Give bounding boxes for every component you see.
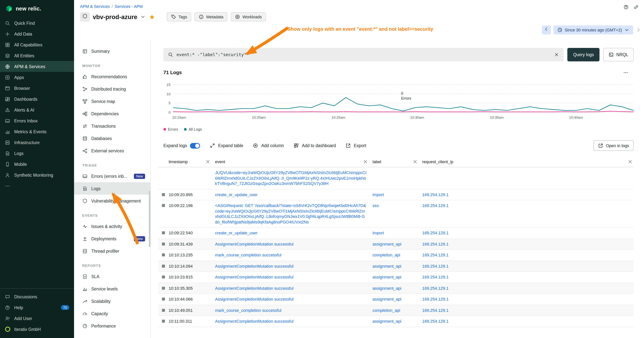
sidebar-item-performance[interactable]: Performance xyxy=(74,320,150,332)
sidebar-item-external-services[interactable]: External services xyxy=(74,145,150,157)
sidebar-item-issues-activity[interactable]: Issues & activity xyxy=(74,220,150,232)
cell-request-client-ip-link[interactable]: 169.254.129.1 xyxy=(422,307,634,313)
cell-request-client-ip-link[interactable]: 169.254.129.1 xyxy=(422,318,634,324)
sidebar-item-transactions[interactable]: Transactions xyxy=(74,120,150,132)
chip-metadata[interactable]: Metadata xyxy=(195,12,228,21)
export-button[interactable]: Export xyxy=(346,143,366,148)
cell-event-link[interactable]: AssignmentCompletionMutation successful xyxy=(215,241,372,247)
cell-request-client-ip-link[interactable]: 169.254.129.1 xyxy=(422,274,634,280)
sidebar-item-add-data[interactable]: Add Data xyxy=(0,29,74,39)
sidebar-item-help[interactable]: Help70 xyxy=(0,302,74,313)
cell-label-link[interactable]: assignment_api xyxy=(372,274,422,280)
expand-logs-toggle[interactable]: Expand logs xyxy=(164,143,200,148)
cell-label-link[interactable]: sso xyxy=(372,203,422,208)
sidebar-item-thread-profiler[interactable]: Thread profiler xyxy=(74,245,150,257)
sidebar-item-capacity[interactable]: Capacity xyxy=(74,307,150,320)
sidebar-scrollbar-thumb[interactable] xyxy=(149,191,150,247)
sidebar-item-errors-inbox[interactable]: Errors Inbox xyxy=(0,115,74,126)
cell-label-link[interactable]: completion_api xyxy=(372,252,422,258)
cell-event-link[interactable]: AssignmentCompletionMutation successful xyxy=(215,285,372,291)
cell-label-link[interactable]: import xyxy=(372,230,422,236)
sidebar-item-logs[interactable]: Logs xyxy=(0,148,74,159)
table-row[interactable]: 10:09:20.895create_or_update_userimport1… xyxy=(158,189,634,200)
cell-label-link[interactable]: assignment_api xyxy=(372,318,422,324)
chart-plot-area[interactable]: 0 Errors xyxy=(173,83,634,114)
clear-query-icon[interactable] xyxy=(554,52,559,57)
sidebar-item-errors-errors-inb[interactable]: Errors (errors inb...New xyxy=(74,170,150,182)
nrql-button[interactable]: NRQL xyxy=(603,48,634,61)
sidebar-item-logs[interactable]: Logs xyxy=(74,182,150,195)
cell-label-link[interactable]: completion_api xyxy=(372,307,422,313)
cell-label-link[interactable]: import xyxy=(372,192,422,197)
sidebar-item-apps[interactable]: Apps xyxy=(0,72,74,83)
cell-event-link[interactable]: create_or_update_user xyxy=(215,230,372,236)
sidebar-item-more[interactable] xyxy=(0,180,74,191)
cell-label-link[interactable]: assignment_api xyxy=(372,285,422,291)
cell-request-client-ip-link[interactable]: 169.254.129.1 xyxy=(422,230,634,236)
table-row[interactable]: 10:09:31.439AssignmentCompletionMutation… xyxy=(158,239,634,250)
sidebar-item-deployments[interactable]: DeploymentsNew xyxy=(74,232,150,245)
breadcrumb-services-apm[interactable]: Services - APM xyxy=(115,4,143,9)
sidebar-item-quick-find[interactable]: Quick Find xyxy=(0,18,74,29)
time-back-button[interactable] xyxy=(542,26,551,35)
table-row[interactable]: 10:09:22.196<ASGIRequest: GET '/sso/call… xyxy=(158,200,634,228)
cell-request-client-ip-link[interactable]: 169.254.129.1 xyxy=(422,192,634,197)
remove-column-icon[interactable] xyxy=(363,159,368,164)
sidebar-item-vulnerability-management[interactable]: Vulnerability Management xyxy=(74,195,150,207)
add-column-button[interactable]: Add column xyxy=(253,143,284,148)
cell-event-link[interactable]: JUQVU&code=eyJraWQiOiJjcGltY29yZV8wOTl1M… xyxy=(215,170,372,186)
query-logs-button[interactable]: Query logs xyxy=(568,48,600,61)
cell-event-link[interactable]: AssignmentCompletionMutation successful xyxy=(215,263,372,269)
cell-request-client-ip-link[interactable]: 169.254.129.1 xyxy=(422,241,634,247)
sidebar-item-alerts-ai[interactable]: Alerts & AI xyxy=(0,104,74,115)
table-row[interactable]: 10:09:22.540create_or_update_userimport1… xyxy=(158,228,634,239)
table-row[interactable]: 10:10:49.051mark_course_completion succe… xyxy=(158,305,634,316)
cell-request-client-ip-link[interactable]: 169.254.129.1 xyxy=(422,296,634,302)
sidebar-item-sla[interactable]: SLA xyxy=(74,270,150,283)
sidebar-item-recommendations[interactable]: Recommendations xyxy=(74,70,150,83)
cell-request-client-ip-link[interactable]: 169.254.129.1 xyxy=(422,263,634,269)
chart-options-icon[interactable] xyxy=(623,70,628,75)
sidebar-item-discussions[interactable]: Discussions xyxy=(0,291,74,302)
cell-event-link[interactable]: mark_course_completion successful xyxy=(215,307,372,313)
sidebar-item-distributed-tracing[interactable]: Distributed tracing xyxy=(74,83,150,95)
help-circle-icon[interactable] xyxy=(624,5,629,10)
remove-column-icon[interactable] xyxy=(412,159,418,164)
sidebar-item-mobile[interactable]: Mobile xyxy=(0,159,74,170)
sidebar-item-service-levels[interactable]: Service levels xyxy=(74,283,150,295)
column-header-request-client-ip[interactable]: request_client_ip xyxy=(422,159,634,164)
breadcrumb-apm-services[interactable]: APM & Services xyxy=(80,4,110,9)
new-relic-logo[interactable]: new relic. xyxy=(0,0,74,18)
sidebar-item-service-map[interactable]: Service map xyxy=(74,95,150,107)
cell-request-client-ip-link[interactable]: 169.254.129.1 xyxy=(422,203,634,208)
sidebar-item-apm-services[interactable]: APM & Services xyxy=(0,61,74,72)
sidebar-item-browser[interactable]: Browser xyxy=(0,83,74,94)
cell-event-link[interactable]: AssignmentCompletionMutation successful xyxy=(215,274,372,280)
table-row[interactable]: 10:10:35.305AssignmentCompletionMutation… xyxy=(158,283,634,294)
sidebar-item-infrastructure[interactable]: Infrastructure xyxy=(0,137,74,148)
query-text[interactable]: event:* -"label":"security" xyxy=(176,52,551,57)
cell-request-client-ip-link[interactable]: 169.254.129.1 xyxy=(422,252,634,258)
expand-table-button[interactable]: Expand table xyxy=(210,143,243,148)
table-row[interactable]: 10:10:23.815AssignmentCompletionMutation… xyxy=(158,272,634,283)
legend-item-errors[interactable]: Errors xyxy=(164,127,178,131)
time-forward-button[interactable] xyxy=(636,27,641,33)
time-picker[interactable]: Since 30 minutes ago (GMT+2) xyxy=(554,26,633,35)
open-in-logs-button[interactable]: Open in logs xyxy=(594,140,634,151)
entity-switcher-chevron-icon[interactable] xyxy=(140,14,146,20)
column-header-label[interactable]: label xyxy=(372,159,422,164)
cell-label-link[interactable]: assignment_api xyxy=(372,241,422,247)
cell-event-link[interactable]: mark_course_completion successful xyxy=(215,252,372,258)
permalink-icon[interactable] xyxy=(634,5,639,10)
add-to-dashboard-button[interactable]: Add to dashboard xyxy=(294,143,336,148)
table-row[interactable]: 10:10:13.235mark_course_completion succe… xyxy=(158,250,634,261)
sidebar-item-metrics-events[interactable]: Metrics & Events xyxy=(0,126,74,137)
cell-request-client-ip-link[interactable]: 169.254.129.1 xyxy=(422,285,634,291)
sidebar-item-all-capabilities[interactable]: All Capabilities xyxy=(0,39,74,50)
sidebar-item-all-entities[interactable]: All Entities xyxy=(0,50,74,61)
cell-event-link[interactable]: <ASGIRequest: GET '/sso/callback/?state=… xyxy=(215,203,372,225)
sidebar-item-dashboards[interactable]: Dashboards xyxy=(0,94,74,104)
cell-event-link[interactable]: AssignmentCompletionMutation successful xyxy=(215,296,372,302)
remove-column-icon[interactable] xyxy=(628,159,633,164)
sidebar-item-add-user[interactable]: Add User xyxy=(0,313,74,324)
